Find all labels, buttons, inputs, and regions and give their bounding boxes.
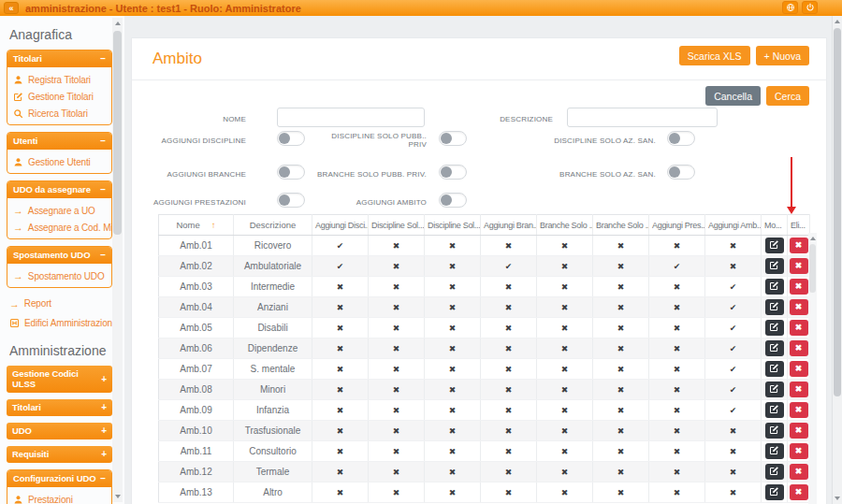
cross-icon: ✖ — [369, 318, 425, 338]
row-delete-button[interactable]: ✖ — [790, 382, 808, 397]
column-header-nome[interactable]: Nome↑ — [159, 215, 234, 236]
discipline-solo-az-san-toggle[interactable] — [667, 131, 695, 146]
column-header-aggiungi-bran[interactable]: Aggiungi Bran... — [481, 215, 537, 236]
aggiungi-discipline-toggle[interactable] — [277, 131, 305, 146]
sidebar-panel-header-titolari[interactable]: Titolari+ — [7, 399, 112, 416]
row-edit-button[interactable] — [765, 423, 784, 439]
pencil-square-icon — [769, 300, 779, 314]
aggiungi-ambito-toggle[interactable] — [439, 193, 467, 208]
cell-nome: Amb.13 — [159, 482, 234, 503]
row-edit-button[interactable] — [765, 361, 784, 377]
row-edit-button[interactable] — [765, 402, 784, 418]
sidebar-item-registra-titolari[interactable]: Registra Titolari — [7, 71, 111, 88]
sidebar-panel-header-configurazioni-udo[interactable]: Configurazioni UDO− — [7, 470, 111, 487]
sidebar-panel-header-titolari[interactable]: Titolari− — [7, 50, 111, 67]
sidebar-item-label: Ricerca Titolari — [28, 108, 88, 119]
row-delete-button[interactable]: ✖ — [790, 299, 808, 315]
cell-elimina: ✖ — [788, 338, 810, 359]
row-delete-button[interactable]: ✖ — [790, 443, 808, 459]
sidebar-panel-header-udo[interactable]: UDO+ — [7, 423, 112, 439]
collapse-icon: − — [100, 136, 106, 146]
row-delete-button[interactable]: ✖ — [790, 423, 808, 439]
sidebar-panel-header-spostamento-udo[interactable]: Spostamento UDO− — [7, 247, 111, 264]
row-edit-button[interactable] — [765, 299, 784, 315]
table-scrollbar[interactable] — [808, 233, 817, 504]
language-button[interactable] — [782, 1, 798, 14]
cross-icon: ✖ — [481, 400, 537, 421]
sidebar-item-ricerca-titolari[interactable]: Ricerca Titolari — [7, 105, 111, 122]
x-icon: ✖ — [795, 241, 803, 250]
logout-button[interactable] — [802, 1, 818, 14]
row-edit-button[interactable] — [765, 258, 784, 274]
descrizione-input[interactable] — [567, 108, 718, 127]
scroll-up-icon[interactable] — [115, 22, 121, 25]
cell-elimina: ✖ — [788, 462, 810, 482]
sidebar-item-edifici-amministrazione[interactable]: Edifici Amministrazione — [0, 314, 124, 332]
column-header-discipline-sol[interactable]: Discipline Sol... — [369, 215, 425, 236]
column-header-aggiungi-amb[interactable]: Aggiungi Amb... — [705, 215, 762, 236]
sidebar-panel-header-requisiti[interactable]: Requisiti+ — [7, 446, 112, 463]
row-delete-button[interactable]: ✖ — [790, 238, 808, 253]
scroll-down-icon[interactable] — [835, 497, 840, 500]
column-header-branche-solo[interactable]: Branche Solo ... — [593, 215, 649, 236]
row-delete-button[interactable]: ✖ — [790, 484, 808, 500]
row-delete-button[interactable]: ✖ — [790, 340, 808, 356]
column-header-aggiungi-pres[interactable]: Aggiungi Pres... — [649, 215, 705, 236]
row-delete-button[interactable]: ✖ — [790, 361, 808, 377]
page-scrollbar[interactable] — [832, 16, 842, 504]
row-delete-button[interactable]: ✖ — [790, 402, 808, 418]
branche-solo-az-san-toggle[interactable] — [667, 165, 695, 180]
cross-icon: ✖ — [537, 380, 593, 400]
branche-solo-pubb-priv-toggle[interactable] — [439, 165, 467, 180]
sidebar-item-gestione-titolari[interactable]: Gestione Titolari — [7, 88, 111, 105]
row-edit-button[interactable] — [765, 320, 784, 336]
annotation-arrow — [786, 157, 797, 215]
sidebar-item-gestione-utenti[interactable]: Gestione Utenti — [7, 153, 111, 170]
nome-label: NOME — [141, 115, 246, 123]
row-edit-button[interactable] — [765, 443, 784, 459]
sidebar-item-prestazioni[interactable]: Prestazioni — [7, 491, 111, 504]
branche-solo-pubb-priv-label: BRANCHE SOLO PUBB. PRIV. — [314, 170, 427, 179]
sidebar-scrollbar[interactable] — [112, 18, 123, 502]
sidebar-scrollbar-thumb[interactable] — [113, 31, 122, 235]
row-delete-button[interactable]: ✖ — [790, 464, 808, 480]
discipline-solo-pubb-priv-toggle[interactable] — [439, 131, 467, 146]
row-delete-button[interactable]: ✖ — [790, 320, 808, 336]
sidebar-item-spostamento-udo[interactable]: →Spostamento UDO — [7, 267, 111, 284]
row-edit-button[interactable] — [765, 464, 784, 480]
aggiungi-prestazioni-toggle[interactable] — [277, 193, 305, 208]
column-header-descrizione[interactable]: Descrizione — [234, 215, 312, 236]
download-xls-button[interactable]: Scarica XLS — [679, 46, 750, 65]
cross-icon: ✖ — [649, 421, 705, 441]
row-edit-button[interactable] — [765, 382, 784, 397]
column-header-aggiungi-disci[interactable]: Aggiungi Disci... — [312, 215, 369, 236]
scroll-down-icon[interactable] — [115, 495, 121, 498]
scroll-up-icon[interactable] — [835, 20, 840, 23]
sidebar-item-report[interactable]: →Report — [0, 295, 124, 312]
scroll-up-icon[interactable] — [810, 237, 816, 240]
sidebar-panel-header-udo-da-assegnare[interactable]: UDO da assegnare− — [7, 181, 111, 198]
table-scrollbar-thumb[interactable] — [809, 244, 816, 293]
row-edit-button[interactable] — [765, 279, 784, 295]
sidebar-item-assegnare-a-uo[interactable]: →Assegnare a UO — [7, 202, 111, 219]
row-edit-button[interactable] — [765, 340, 784, 356]
row-delete-button[interactable]: ✖ — [790, 279, 808, 295]
cross-icon: ✖ — [369, 277, 425, 297]
collapse-sidebar-button[interactable]: « — [4, 2, 19, 14]
page-scrollbar-thumb[interactable] — [834, 28, 841, 396]
row-delete-button[interactable]: ✖ — [790, 258, 808, 274]
aggiungi-branche-toggle[interactable] — [277, 165, 305, 180]
column-header-eli[interactable]: Eli... — [788, 215, 810, 236]
sidebar-item-assegnare-a-cod-min[interactable]: →Assegnare a Cod. Min. — [7, 219, 111, 236]
nome-input[interactable] — [277, 108, 425, 127]
sidebar-panel-header-utenti[interactable]: Utenti− — [7, 133, 111, 150]
new-button[interactable]: + Nuova — [756, 46, 809, 65]
row-edit-button[interactable] — [765, 238, 784, 253]
collapse-icon: − — [100, 250, 106, 260]
row-edit-button[interactable] — [765, 484, 784, 500]
column-header-discipline-sol[interactable]: Discipline Sol... — [425, 215, 481, 236]
column-header-mo[interactable]: Mo... — [762, 215, 788, 236]
column-header-branche-solo[interactable]: Branche Solo ... — [537, 215, 593, 236]
user-icon — [13, 157, 23, 167]
sidebar-panel-header-gestione-codici-ulss[interactable]: Gestione Codici ULSS+ — [7, 366, 112, 393]
